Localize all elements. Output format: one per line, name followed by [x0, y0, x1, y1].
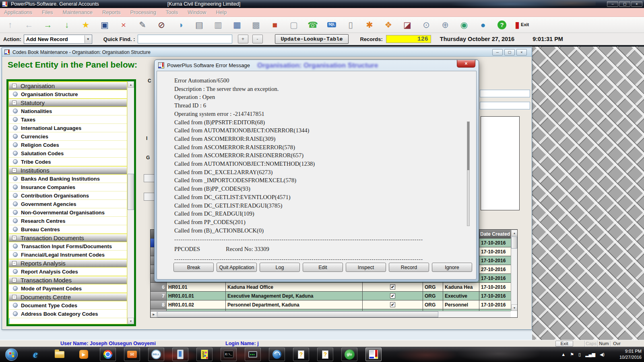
table-horizontal-scrollbar[interactable]: ◀ ▶: [151, 311, 511, 317]
minimize-button[interactable]: –: [607, 1, 618, 7]
toolbar-new-document-icon[interactable]: ▢: [288, 19, 300, 31]
menu-item-files[interactable]: Files: [42, 9, 53, 15]
log-button[interactable]: Log: [260, 263, 300, 272]
toolbar-briefcase-icon[interactable]: ■: [269, 19, 281, 31]
close-button[interactable]: ×: [631, 1, 642, 7]
taskbar-clock[interactable]: 9:01 PM 10/27/2016: [619, 348, 642, 360]
toolbar-users-icon[interactable]: ❖: [382, 19, 394, 31]
entity-item-report-analysis-codes[interactable]: Report Analysis Codes: [9, 267, 127, 276]
entity-item-banks-and-banking-institutions[interactable]: Banks And Banking Institutions: [9, 175, 127, 183]
toolbar-nav-up-icon[interactable]: ↑: [4, 19, 16, 31]
scrollbar-thumb[interactable]: [511, 237, 517, 249]
toolbar-calendar-icon[interactable]: ▩: [250, 19, 262, 31]
entity-section-transaction-documents[interactable]: −Transaction Documents: [9, 234, 127, 242]
entity-item-international-languages[interactable]: International Languages: [9, 124, 127, 132]
entity-section-institutions[interactable]: −Institutions: [9, 166, 127, 175]
checkbox-checked-icon[interactable]: ✔: [390, 293, 395, 298]
form-textarea[interactable]: [481, 116, 520, 210]
form-field[interactable]: [480, 90, 530, 97]
toolbar-database-clock-icon[interactable]: ⊕: [439, 19, 451, 31]
toolbar-nav-down-icon[interactable]: ↓: [61, 19, 73, 31]
update-lookup-table-button[interactable]: Update-Lookup-Table: [275, 34, 349, 44]
error-dialog-close-button[interactable]: ×: [457, 60, 475, 68]
taskbar-item-start[interactable]: [3, 348, 19, 361]
toolbar-help-icon[interactable]: ?: [496, 19, 508, 31]
entity-item-religion-codes[interactable]: Religion Codes: [9, 141, 127, 149]
toolbar-exit-icon[interactable]: ▮Exit: [515, 19, 529, 31]
minus-button[interactable]: -: [252, 35, 263, 43]
entity-item-taxes[interactable]: Taxes: [9, 115, 127, 124]
entity-section-documents-centre[interactable]: −Documents Centre: [9, 293, 127, 301]
entity-item-document-type-codes[interactable]: Document Type Codes: [9, 301, 127, 310]
entity-item-organisation-structure[interactable]: Organisation Structure: [9, 90, 127, 99]
collapse-icon[interactable]: −: [12, 295, 17, 299]
toolbar-globe-download-icon[interactable]: ◉: [458, 19, 470, 31]
entity-item-mode-of-payment-codes[interactable]: Mode of Payment Codes: [9, 284, 127, 293]
taskbar-item-zeus[interactable]: ZEUS: [196, 348, 213, 361]
record-button[interactable]: Record: [389, 263, 429, 272]
mdi-restore-button[interactable]: ▢: [504, 49, 515, 56]
inspect-button[interactable]: Inspect: [346, 263, 386, 272]
row-header[interactable]: 6: [151, 283, 167, 292]
ignore-button[interactable]: Ignore: [432, 263, 472, 272]
entity-section-statutory[interactable]: −Statutory: [9, 99, 127, 107]
action-center-flag-icon[interactable]: ⚑: [570, 352, 574, 357]
show-hidden-icon[interactable]: ▲: [561, 352, 566, 357]
maximize-button[interactable]: ▢: [619, 1, 630, 7]
entity-section-transaction-modes[interactable]: −Transaction Modes: [9, 276, 127, 284]
toolbar-chart-icon[interactable]: ◑: [174, 19, 186, 31]
break-button[interactable]: Break: [173, 263, 214, 272]
collapse-icon[interactable]: −: [12, 168, 17, 173]
chevron-down-icon[interactable]: ▼: [85, 35, 91, 43]
entity-section-reports-analysis[interactable]: −Reports Analysis: [9, 259, 127, 267]
mdi-minimize-button[interactable]: ─: [492, 49, 503, 56]
collapse-icon[interactable]: −: [12, 236, 17, 240]
menu-item-help[interactable]: Help: [216, 9, 227, 15]
error-dialog-titlebar[interactable]: PowerPlus Software Error Message Organis…: [155, 60, 479, 71]
toolbar-clipboard-icon[interactable]: ▯: [345, 19, 357, 31]
collapse-icon[interactable]: −: [12, 84, 17, 88]
volume-icon[interactable]: ◀): [600, 352, 605, 357]
taskbar-item-mobile-device[interactable]: [172, 348, 188, 361]
checkbox-checked-icon[interactable]: ✔: [390, 302, 395, 307]
toolbar-globe-icon[interactable]: ●: [477, 19, 489, 31]
scroll-up-icon[interactable]: ▲: [128, 81, 134, 88]
entity-section-organisation[interactable]: −Organisation: [9, 82, 127, 90]
toolbar-phone-icon[interactable]: ☎: [307, 19, 319, 31]
network-signal-icon[interactable]: ▂▄▆: [585, 352, 595, 357]
taskbar-item-help-doc-1[interactable]: ?: [293, 348, 309, 361]
entity-item-bureau-centres[interactable]: Bureau Centres: [9, 225, 127, 234]
toolbar-edit-dart-icon[interactable]: ✎: [136, 19, 149, 31]
entity-item-tribe-codes[interactable]: Tribe Codes: [9, 158, 127, 166]
status-exit-button[interactable]: Exit: [555, 341, 573, 347]
taskbar-item-internet-explorer[interactable]: e: [27, 348, 43, 361]
row-header[interactable]: 8: [151, 300, 167, 309]
table-row[interactable]: 6HR01.01Kaduna Head Office✔ORGKaduna Hea…: [151, 283, 511, 292]
taskbar-item-file-explorer[interactable]: [52, 348, 68, 361]
toolbar-sql-icon[interactable]: SQL: [326, 19, 338, 31]
entity-item-nationalities[interactable]: Nationalities: [9, 107, 127, 115]
entity-item-currencies[interactable]: Currencies: [9, 132, 127, 141]
taskbar-item-powerplus[interactable]: [365, 348, 382, 361]
collapse-icon[interactable]: −: [12, 278, 17, 282]
scrollbar-thumb[interactable]: [467, 122, 469, 170]
menu-item-reports[interactable]: Reports: [102, 9, 121, 15]
checkbox-checked-icon[interactable]: ✔: [390, 284, 395, 290]
taskbar-item-glo[interactable]: glo: [341, 348, 357, 361]
table-row[interactable]: 7HR01.01.01Executive Management Dept, Ka…: [151, 292, 511, 300]
entity-item-government-agencies[interactable]: Government Agencies: [9, 200, 127, 208]
menu-item-tools[interactable]: Tools: [166, 9, 178, 15]
toolbar-settings-icon[interactable]: ✱: [363, 19, 376, 31]
error-dialog-scrollbar[interactable]: [467, 121, 470, 226]
scrollbar-thumb[interactable]: [128, 174, 134, 210]
toolbar-print-setup-icon[interactable]: ▥: [212, 19, 224, 31]
form-button-fragment[interactable]: [144, 193, 155, 201]
taskbar-item-dell[interactable]: DELL: [148, 348, 164, 361]
taskbar-item-mail[interactable]: ✉: [124, 348, 140, 361]
toolbar-calculator-icon[interactable]: ▦: [231, 19, 243, 31]
table-vertical-scrollbar[interactable]: ▲ ▼: [511, 230, 517, 311]
scrollbar-thumb[interactable]: [157, 311, 438, 317]
toolbar-user-log-icon[interactable]: ◪: [401, 19, 413, 31]
mdi-close-button[interactable]: ×: [516, 49, 527, 56]
taskbar-item-system-monitor[interactable]: [245, 348, 261, 361]
